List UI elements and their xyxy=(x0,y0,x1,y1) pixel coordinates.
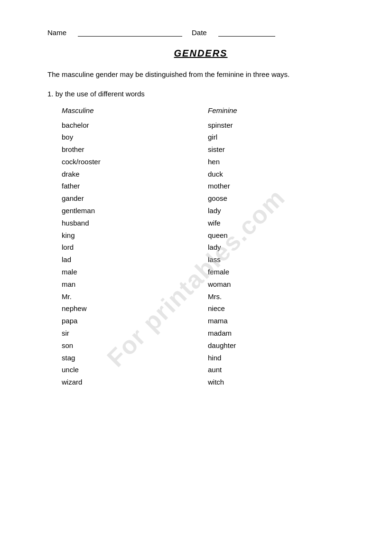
list-item: hind xyxy=(208,352,354,364)
list-item: madam xyxy=(208,327,354,339)
list-item: nephew xyxy=(62,302,208,315)
list-item: cock/rooster xyxy=(62,156,208,168)
list-item: boy xyxy=(62,131,208,143)
intro-text: The masculine gender may be distinguishe… xyxy=(47,69,354,80)
header-row: Name Date xyxy=(47,28,354,37)
list-item: uncle xyxy=(62,364,208,376)
list-item: aunt xyxy=(208,364,354,376)
masculine-header: Masculine xyxy=(62,106,208,114)
name-line xyxy=(78,36,182,37)
list-item: gentleman xyxy=(62,205,208,217)
list-item: mother xyxy=(208,180,354,192)
date-line xyxy=(218,36,275,37)
list-item: niece xyxy=(208,302,354,315)
list-item: brother xyxy=(62,143,208,156)
list-item: stag xyxy=(62,352,208,364)
feminine-column: Feminine spinstergirlsisterhenduckmother… xyxy=(208,106,354,389)
list-item: hen xyxy=(208,156,354,168)
feminine-word-list: spinstergirlsisterhenduckmothergooselady… xyxy=(208,119,354,389)
list-item: woman xyxy=(208,278,354,291)
list-item: king xyxy=(62,229,208,242)
section-heading: 1. by the use of different words xyxy=(47,90,354,98)
list-item: witch xyxy=(208,376,354,388)
list-item: duck xyxy=(208,168,354,180)
masculine-word-list: bachelorboybrothercock/roosterdrakefathe… xyxy=(62,119,208,389)
list-item: queen xyxy=(208,229,354,242)
list-item: sir xyxy=(62,327,208,339)
list-item: lord xyxy=(62,241,208,254)
list-item: husband xyxy=(62,217,208,229)
list-item: father xyxy=(62,180,208,192)
list-item: lady xyxy=(208,241,354,254)
list-item: lad xyxy=(62,254,208,266)
list-item: lady xyxy=(208,205,354,217)
list-item: wizard xyxy=(62,376,208,388)
list-item: girl xyxy=(208,131,354,143)
list-item: drake xyxy=(62,168,208,180)
list-item: man xyxy=(62,278,208,291)
list-item: Mrs. xyxy=(208,291,354,303)
list-item: spinster xyxy=(208,119,354,132)
list-item: daughter xyxy=(208,339,354,352)
list-item: bachelor xyxy=(62,119,208,132)
list-item: papa xyxy=(62,315,208,327)
feminine-header: Feminine xyxy=(208,106,354,114)
list-item: male xyxy=(62,266,208,278)
list-item: wife xyxy=(208,217,354,229)
list-item: lass xyxy=(208,254,354,266)
list-item: sister xyxy=(208,143,354,156)
date-label: Date xyxy=(192,28,207,37)
list-item: female xyxy=(208,266,354,278)
list-item: son xyxy=(62,339,208,352)
list-item: mama xyxy=(208,315,354,327)
name-label: Name xyxy=(47,28,66,37)
list-item: goose xyxy=(208,192,354,205)
masculine-column: Masculine bachelorboybrothercock/rooster… xyxy=(62,106,208,389)
list-item: gander xyxy=(62,192,208,205)
page-title: GENDERS xyxy=(47,48,354,59)
list-item: Mr. xyxy=(62,291,208,303)
word-columns: Masculine bachelorboybrothercock/rooster… xyxy=(62,106,354,389)
